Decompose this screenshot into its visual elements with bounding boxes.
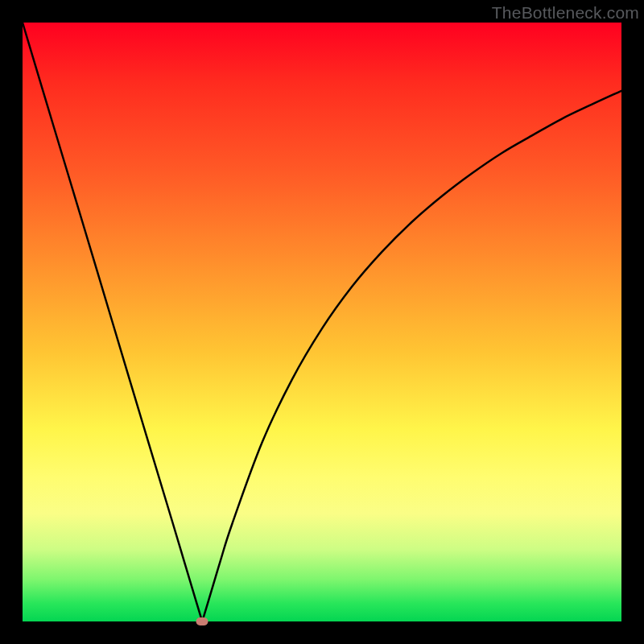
curve-svg [23,23,621,621]
minimum-marker [196,617,208,625]
bottleneck-curve [23,23,621,621]
plot-area [23,23,621,621]
watermark-text: TheBottleneck.com [492,3,639,23]
chart-frame: TheBottleneck.com [0,0,644,644]
